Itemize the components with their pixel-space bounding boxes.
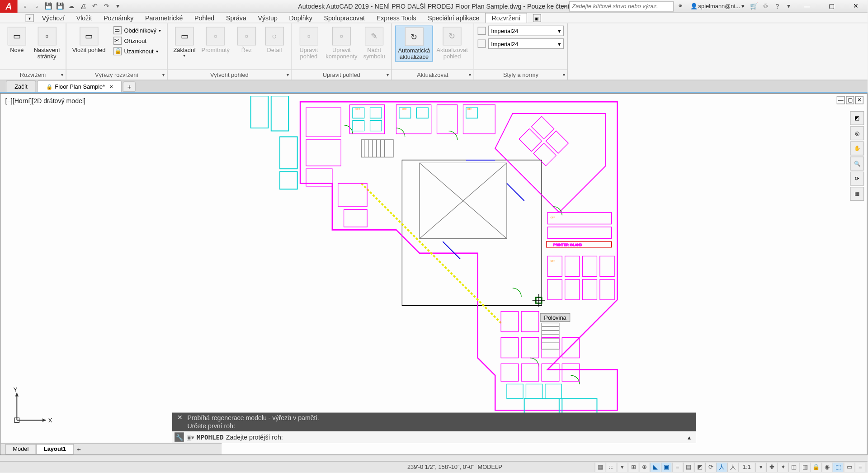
annoscale-icon[interactable]: 人 <box>716 463 726 472</box>
grid-icon[interactable]: ▦ <box>594 463 605 472</box>
redo-icon[interactable]: ↷ <box>101 1 112 11</box>
cmd-prompt-text[interactable]: Zadejte protější roh: <box>226 434 683 440</box>
new-tab-button[interactable]: + <box>123 81 136 92</box>
ribbon-panel-title[interactable]: Rozvržení▾ <box>0 69 66 80</box>
close-button[interactable]: ✕ <box>844 0 867 13</box>
zoom-icon[interactable]: 🔍 <box>850 156 864 170</box>
gizmo-icon[interactable]: ⟳ <box>705 463 716 472</box>
annoscale2-icon[interactable]: 人 <box>727 463 738 472</box>
layout-tab[interactable]: Model <box>5 444 37 454</box>
maximize-button[interactable]: ▢ <box>820 0 843 13</box>
exchange-icon[interactable]: 🛒 <box>749 1 759 11</box>
plot-icon[interactable]: 🖨 <box>78 1 88 11</box>
ribbon-tab-výchozí[interactable]: Výchozí <box>36 13 71 23</box>
transparency-icon[interactable]: ▤ <box>683 463 693 472</box>
save-icon[interactable]: 💾 <box>43 1 53 11</box>
style-select[interactable]: Imperial24▾ <box>488 38 564 49</box>
document-tab[interactable]: 🔒Floor Plan Sample*× <box>38 80 122 92</box>
ribbon-tab-speciální aplikace[interactable]: Speciální aplikace <box>422 13 485 23</box>
isolate-icon[interactable]: ◉ <box>821 463 832 472</box>
app-logo[interactable]: A <box>0 0 18 13</box>
infocenter-icon[interactable]: ⚭ <box>675 1 685 11</box>
selection-icon[interactable]: ◩ <box>694 463 704 472</box>
ribbon-tab-express tools[interactable]: Express Tools <box>371 13 422 23</box>
qp-icon[interactable]: ▥ <box>799 463 810 472</box>
steering-wheel-icon[interactable]: ◎ <box>850 126 864 140</box>
drawing-canvas[interactable]: [−][Horní][2D drátový model] — ▢ ✕ ◩ ◎ ✋… <box>0 93 868 455</box>
ribbon-tab-poznámky[interactable]: Poznámky <box>98 13 139 23</box>
customize-icon[interactable]: ≡ <box>855 463 865 472</box>
ribbon-small-button[interactable]: ▭Obdélníkový▾ <box>111 26 163 35</box>
vp-close-icon[interactable]: ✕ <box>855 96 863 104</box>
ribbon-button[interactable]: ▫Nastavenístránky <box>31 26 62 61</box>
cmd-settings-icon[interactable]: 🔧 <box>175 432 184 442</box>
scale-label[interactable]: 1:1 <box>738 463 755 472</box>
ribbon-panel-title[interactable]: Upravit pohled▾ <box>292 69 391 80</box>
search-input[interactable] <box>569 1 674 11</box>
account-button[interactable]: 👤spielmann@ni...▾ <box>687 3 748 9</box>
web-icon[interactable]: ☁ <box>66 1 77 11</box>
undo-icon[interactable]: ↶ <box>90 1 100 11</box>
ribbon-tab-pohled[interactable]: Pohled <box>189 13 220 23</box>
units-icon[interactable]: ◫ <box>788 463 799 472</box>
snap-icon[interactable]: ::: <box>606 463 616 472</box>
constraint-icon[interactable]: ⊞ <box>628 463 638 472</box>
viewport-label[interactable]: [−][Horní][2D drátový model] <box>5 97 85 104</box>
ribbon-small-button[interactable]: ✂Oříznout <box>111 36 163 46</box>
lock-ui-icon[interactable]: 🔒 <box>811 463 821 472</box>
ribbon-button[interactable]: ▭Vložit pohled <box>70 26 108 54</box>
ribbon-tab-spolupracovat[interactable]: Spolupracovat <box>318 13 371 23</box>
document-tab[interactable]: Začít <box>6 80 36 92</box>
status-coords[interactable]: 239'-0 1/2", 158'-10", 0'-0" <box>407 464 474 470</box>
ribbon-tab-výstup[interactable]: Výstup <box>252 13 283 23</box>
style-icon[interactable] <box>478 40 486 48</box>
vp-maximize-icon[interactable]: ▢ <box>846 96 854 104</box>
orbit-icon[interactable]: ⟳ <box>850 172 864 186</box>
clean-icon[interactable]: ▭ <box>844 463 854 472</box>
help-icon[interactable]: ? <box>772 1 783 11</box>
pan-icon[interactable]: ✋ <box>850 142 864 156</box>
a360-icon[interactable]: ♲ <box>760 1 771 11</box>
cmd-close-icon[interactable]: ✕ <box>176 414 184 430</box>
ribbon-panel-title[interactable]: Styly a normy▾ <box>474 69 567 80</box>
ws-icon[interactable]: ✚ <box>766 463 777 472</box>
saveas-icon[interactable]: 💾 <box>55 1 65 11</box>
ucs-icon[interactable]: X Y <box>11 388 52 431</box>
lineweight-icon[interactable]: ≡ <box>672 463 682 472</box>
add-layout-button[interactable]: + <box>74 445 84 453</box>
vp-minimize-icon[interactable]: — <box>837 96 845 104</box>
ribbon-panel-title[interactable]: Aktualizovat▾ <box>392 69 473 80</box>
ribbon-button[interactable]: ↻Automatickáaktualizace <box>395 26 433 62</box>
ribbon-panel-title[interactable]: Výřezy rozvržení▾ <box>66 69 167 80</box>
ribbon-button[interactable]: ▭Základní▾ <box>171 26 198 60</box>
ribbon-tab-správa[interactable]: Správa <box>220 13 252 23</box>
ribbon-arrow-icon[interactable]: ▣ <box>533 14 541 22</box>
tab-close-icon[interactable]: × <box>109 83 113 90</box>
iso-icon[interactable]: ◣ <box>650 463 660 472</box>
hw-icon[interactable]: ⬚ <box>833 463 843 472</box>
scale-dd-icon[interactable]: ▾ <box>755 463 766 472</box>
ribbon-tab-vložit[interactable]: Vložit <box>71 13 98 23</box>
command-line[interactable]: ✕ Probíhá regenerace modelu - výřezů v p… <box>172 412 696 443</box>
status-space[interactable]: MODELP <box>478 464 502 470</box>
ribbon-button[interactable]: ▭Nové <box>4 26 30 54</box>
ribbon-tab-rozvržení[interactable]: Rozvržení <box>485 13 527 23</box>
ribbon-small-button[interactable]: 🔒Uzamknout▾ <box>111 47 163 56</box>
layout-tab[interactable]: Layout1 <box>36 444 74 454</box>
polar-icon[interactable]: ⊕ <box>639 463 649 472</box>
ribbon-tab-doplňky[interactable]: Doplňky <box>283 13 318 23</box>
style-select[interactable]: Imperial24▾ <box>488 26 564 36</box>
viewcube-icon[interactable]: ◩ <box>850 111 864 125</box>
osnap-icon[interactable]: ▣ <box>661 463 671 472</box>
annotation-icon[interactable]: ✦ <box>777 463 788 472</box>
ribbon-panel-title[interactable]: Vytvořit pohled▾ <box>168 69 292 80</box>
qat-dropdown-icon[interactable]: ▾ <box>113 1 123 11</box>
help-dd-icon[interactable]: ▾ <box>784 1 794 11</box>
workspace-dd-icon[interactable]: ▾ <box>26 14 34 22</box>
showmotion-icon[interactable]: ▦ <box>850 187 864 201</box>
ribbon-tab-parametrické[interactable]: Parametrické <box>139 13 189 23</box>
new-icon[interactable]: ▫ <box>20 1 30 11</box>
cmd-expand-icon[interactable]: ▴ <box>685 433 693 441</box>
minimize-button[interactable]: — <box>795 0 818 13</box>
open-icon[interactable]: ▫ <box>31 1 42 11</box>
